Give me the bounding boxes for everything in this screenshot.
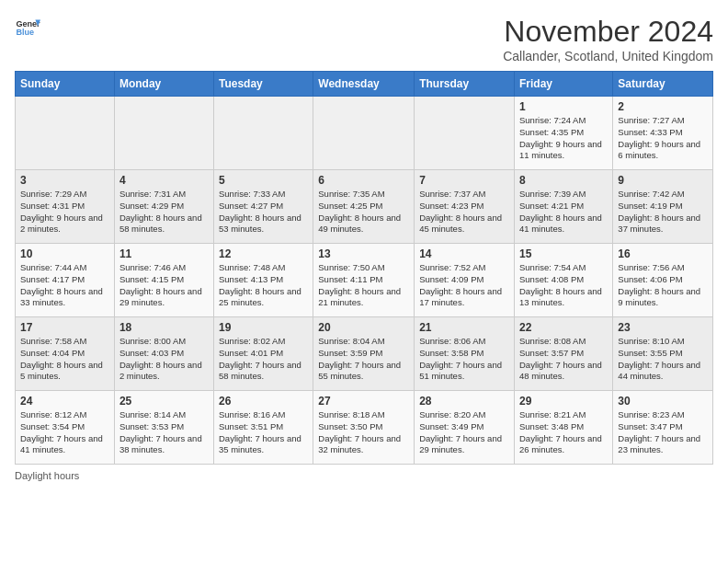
day-info: Sunrise: 7:52 AM Sunset: 4:09 PM Dayligh… bbox=[419, 262, 509, 309]
day-number: 6 bbox=[318, 174, 409, 187]
day-info: Sunrise: 7:35 AM Sunset: 4:25 PM Dayligh… bbox=[318, 189, 409, 236]
day-info: Sunrise: 7:50 AM Sunset: 4:11 PM Dayligh… bbox=[318, 262, 409, 309]
table-row: 4Sunrise: 7:31 AM Sunset: 4:29 PM Daylig… bbox=[114, 170, 213, 244]
day-number: 23 bbox=[618, 321, 708, 334]
table-row: 19Sunrise: 8:02 AM Sunset: 4:01 PM Dayli… bbox=[213, 317, 313, 391]
table-row: 16Sunrise: 7:56 AM Sunset: 4:06 PM Dayli… bbox=[613, 244, 713, 317]
day-info: Sunrise: 7:33 AM Sunset: 4:27 PM Dayligh… bbox=[219, 189, 308, 236]
table-row: 6Sunrise: 7:35 AM Sunset: 4:25 PM Daylig… bbox=[313, 170, 415, 244]
day-info: Sunrise: 7:54 AM Sunset: 4:08 PM Dayligh… bbox=[519, 262, 608, 309]
day-number: 2 bbox=[618, 100, 708, 113]
calendar-week-row: 3Sunrise: 7:29 AM Sunset: 4:31 PM Daylig… bbox=[16, 170, 713, 244]
day-info: Sunrise: 8:08 AM Sunset: 3:57 PM Dayligh… bbox=[519, 336, 608, 383]
day-number: 20 bbox=[318, 321, 409, 334]
day-info: Sunrise: 7:24 AM Sunset: 4:35 PM Dayligh… bbox=[519, 115, 608, 162]
footer-note: Daylight hours bbox=[15, 470, 713, 481]
day-number: 7 bbox=[419, 174, 509, 187]
day-number: 19 bbox=[219, 321, 308, 334]
col-monday: Monday bbox=[114, 72, 213, 97]
calendar-header-row: Sunday Monday Tuesday Wednesday Thursday… bbox=[16, 72, 713, 97]
day-info: Sunrise: 8:06 AM Sunset: 3:58 PM Dayligh… bbox=[419, 336, 509, 383]
day-info: Sunrise: 8:04 AM Sunset: 3:59 PM Dayligh… bbox=[318, 336, 409, 383]
table-row: 14Sunrise: 7:52 AM Sunset: 4:09 PM Dayli… bbox=[415, 244, 515, 317]
day-number: 22 bbox=[519, 321, 608, 334]
day-info: Sunrise: 7:46 AM Sunset: 4:15 PM Dayligh… bbox=[119, 262, 209, 309]
col-thursday: Thursday bbox=[415, 72, 515, 97]
table-row: 24Sunrise: 8:12 AM Sunset: 3:54 PM Dayli… bbox=[16, 391, 115, 465]
day-number: 11 bbox=[119, 247, 209, 260]
page-header: General Blue November 2024 Callander, Sc… bbox=[15, 15, 713, 63]
table-row: 20Sunrise: 8:04 AM Sunset: 3:59 PM Dayli… bbox=[313, 317, 415, 391]
table-row: 15Sunrise: 7:54 AM Sunset: 4:08 PM Dayli… bbox=[515, 244, 613, 317]
day-info: Sunrise: 7:56 AM Sunset: 4:06 PM Dayligh… bbox=[618, 262, 708, 309]
day-number: 27 bbox=[318, 395, 409, 408]
col-friday: Friday bbox=[515, 72, 613, 97]
table-row: 10Sunrise: 7:44 AM Sunset: 4:17 PM Dayli… bbox=[16, 244, 115, 317]
table-row: 8Sunrise: 7:39 AM Sunset: 4:21 PM Daylig… bbox=[515, 170, 613, 244]
table-row bbox=[415, 97, 515, 170]
table-row: 7Sunrise: 7:37 AM Sunset: 4:23 PM Daylig… bbox=[415, 170, 515, 244]
day-info: Sunrise: 8:20 AM Sunset: 3:49 PM Dayligh… bbox=[419, 409, 509, 456]
calendar-week-row: 10Sunrise: 7:44 AM Sunset: 4:17 PM Dayli… bbox=[16, 244, 713, 317]
day-info: Sunrise: 7:42 AM Sunset: 4:19 PM Dayligh… bbox=[618, 189, 708, 236]
table-row: 30Sunrise: 8:23 AM Sunset: 3:47 PM Dayli… bbox=[613, 391, 713, 465]
col-saturday: Saturday bbox=[613, 72, 713, 97]
table-row: 1Sunrise: 7:24 AM Sunset: 4:35 PM Daylig… bbox=[515, 97, 613, 170]
day-info: Sunrise: 8:00 AM Sunset: 4:03 PM Dayligh… bbox=[119, 336, 209, 383]
table-row: 11Sunrise: 7:46 AM Sunset: 4:15 PM Dayli… bbox=[114, 244, 213, 317]
table-row: 9Sunrise: 7:42 AM Sunset: 4:19 PM Daylig… bbox=[613, 170, 713, 244]
day-number: 30 bbox=[618, 395, 708, 408]
day-info: Sunrise: 7:44 AM Sunset: 4:17 PM Dayligh… bbox=[20, 262, 109, 309]
day-number: 14 bbox=[419, 247, 509, 260]
day-number: 9 bbox=[618, 174, 708, 187]
day-info: Sunrise: 8:02 AM Sunset: 4:01 PM Dayligh… bbox=[219, 336, 308, 383]
calendar-table: Sunday Monday Tuesday Wednesday Thursday… bbox=[15, 71, 713, 465]
day-info: Sunrise: 8:10 AM Sunset: 3:55 PM Dayligh… bbox=[618, 336, 708, 383]
table-row bbox=[16, 97, 115, 170]
table-row: 28Sunrise: 8:20 AM Sunset: 3:49 PM Dayli… bbox=[415, 391, 515, 465]
calendar-week-row: 17Sunrise: 7:58 AM Sunset: 4:04 PM Dayli… bbox=[16, 317, 713, 391]
day-info: Sunrise: 7:31 AM Sunset: 4:29 PM Dayligh… bbox=[119, 189, 209, 236]
day-number: 4 bbox=[119, 174, 209, 187]
day-info: Sunrise: 7:27 AM Sunset: 4:33 PM Dayligh… bbox=[618, 115, 708, 162]
table-row bbox=[213, 97, 313, 170]
table-row bbox=[114, 97, 213, 170]
calendar-week-row: 1Sunrise: 7:24 AM Sunset: 4:35 PM Daylig… bbox=[16, 97, 713, 170]
day-number: 1 bbox=[519, 100, 608, 113]
location: Callander, Scotland, United Kingdom bbox=[503, 49, 713, 63]
day-info: Sunrise: 8:18 AM Sunset: 3:50 PM Dayligh… bbox=[318, 409, 409, 456]
table-row: 22Sunrise: 8:08 AM Sunset: 3:57 PM Dayli… bbox=[515, 317, 613, 391]
day-number: 28 bbox=[419, 395, 509, 408]
day-info: Sunrise: 7:48 AM Sunset: 4:13 PM Dayligh… bbox=[219, 262, 308, 309]
table-row: 26Sunrise: 8:16 AM Sunset: 3:51 PM Dayli… bbox=[213, 391, 313, 465]
day-number: 8 bbox=[519, 174, 608, 187]
table-row: 3Sunrise: 7:29 AM Sunset: 4:31 PM Daylig… bbox=[16, 170, 115, 244]
table-row: 12Sunrise: 7:48 AM Sunset: 4:13 PM Dayli… bbox=[213, 244, 313, 317]
col-tuesday: Tuesday bbox=[213, 72, 313, 97]
day-number: 18 bbox=[119, 321, 209, 334]
table-row: 5Sunrise: 7:33 AM Sunset: 4:27 PM Daylig… bbox=[213, 170, 313, 244]
day-number: 26 bbox=[219, 395, 308, 408]
day-info: Sunrise: 7:37 AM Sunset: 4:23 PM Dayligh… bbox=[419, 189, 509, 236]
calendar-week-row: 24Sunrise: 8:12 AM Sunset: 3:54 PM Dayli… bbox=[16, 391, 713, 465]
day-number: 13 bbox=[318, 247, 409, 260]
day-info: Sunrise: 7:39 AM Sunset: 4:21 PM Dayligh… bbox=[519, 189, 608, 236]
day-info: Sunrise: 8:14 AM Sunset: 3:53 PM Dayligh… bbox=[119, 409, 209, 456]
table-row: 18Sunrise: 8:00 AM Sunset: 4:03 PM Dayli… bbox=[114, 317, 213, 391]
day-info: Sunrise: 7:29 AM Sunset: 4:31 PM Dayligh… bbox=[20, 189, 109, 236]
day-info: Sunrise: 8:16 AM Sunset: 3:51 PM Dayligh… bbox=[219, 409, 308, 456]
day-number: 29 bbox=[519, 395, 608, 408]
day-number: 5 bbox=[219, 174, 308, 187]
day-number: 12 bbox=[219, 247, 308, 260]
day-number: 15 bbox=[519, 247, 608, 260]
logo: General Blue bbox=[15, 15, 40, 40]
day-number: 25 bbox=[119, 395, 209, 408]
day-number: 16 bbox=[618, 247, 708, 260]
day-number: 21 bbox=[419, 321, 509, 334]
logo-icon: General Blue bbox=[15, 15, 40, 40]
col-wednesday: Wednesday bbox=[313, 72, 415, 97]
month-title: November 2024 bbox=[503, 15, 713, 49]
day-number: 17 bbox=[20, 321, 109, 334]
table-row: 21Sunrise: 8:06 AM Sunset: 3:58 PM Dayli… bbox=[415, 317, 515, 391]
table-row: 29Sunrise: 8:21 AM Sunset: 3:48 PM Dayli… bbox=[515, 391, 613, 465]
